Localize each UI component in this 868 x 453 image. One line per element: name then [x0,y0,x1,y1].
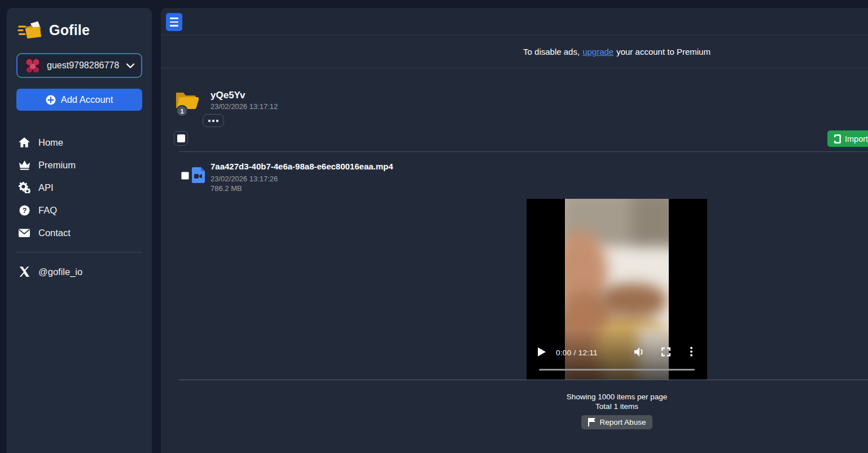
sidebar-item-label: Contact [38,228,71,238]
volume-icon[interactable] [634,347,645,357]
total-items-text: Total 1 items [161,402,868,411]
ad-notice: To disable ads, upgrade your account to … [161,36,868,68]
sidebar-item-contact[interactable]: Contact [16,221,142,244]
video-progress-bar[interactable] [539,369,695,371]
list-divider [179,151,868,152]
sidebar-item-api[interactable]: API [16,176,142,199]
account-avatar [24,57,41,74]
folder-name[interactable]: yQe5Yv [211,90,245,101]
sidebar-nav: Home Premium API ? [16,131,142,244]
crown-icon [17,160,31,170]
account-name: guest9798286778 [47,60,121,71]
video-timestamp: 0:00 / 12:11 [556,349,598,357]
ad-prefix: To disable ads, [523,47,580,56]
gears-icon [17,182,31,193]
sidebar-item-label: FAQ [38,205,57,216]
topbar [161,8,868,35]
folder-more-options-button[interactable] [203,114,224,127]
file-name[interactable]: 7aa427d3-40b7-4e6a-98a8-e6ec80016eaa.mp4 [211,162,393,171]
fullscreen-button[interactable] [661,347,670,356]
svg-text:?: ? [22,206,27,214]
import-icon [833,134,841,143]
import-button[interactable]: Import [827,130,868,147]
add-account-button[interactable]: Add Account [16,89,142,111]
sidebar-item-twitter[interactable]: @gofile_io [16,260,142,283]
sidebar-item-home[interactable]: Home [16,131,142,154]
file-date: 23/02/2026 13:17:26 [211,175,278,183]
folder-date: 23/02/2026 13:17:12 [211,102,278,111]
gofile-logo-icon [17,19,43,41]
ad-suffix: your account to Premium [616,47,711,56]
folder-item[interactable]: 1 [174,90,200,119]
envelope-icon [17,229,31,237]
add-account-label: Add Account [61,94,113,105]
ellipsis-icon [208,120,211,122]
folder-child-count-badge: 1 [176,105,188,117]
sidebar-item-faq[interactable]: ? FAQ [16,199,142,221]
report-abuse-label: Report Abuse [600,418,646,426]
question-circle-icon: ? [17,205,31,216]
menu-toggle-button[interactable] [166,13,182,31]
report-abuse-button[interactable]: Report Abuse [581,415,653,429]
video-player[interactable]: 0:00 / 12:11 [527,199,707,380]
flag-icon [588,418,595,426]
app-title: Gofile [49,22,90,38]
select-all-checkbox[interactable] [174,131,188,146]
file-size: 786.2 MB [211,184,242,193]
logo[interactable]: Gofile [16,16,142,49]
plus-circle-icon [46,95,56,105]
sidebar-item-label: API [38,182,54,193]
sidebar-divider [16,252,142,252]
more-options-icon[interactable] [690,347,692,356]
checkbox-icon [177,134,185,142]
sidebar-item-label: Home [38,137,63,148]
x-logo-icon [17,267,31,277]
account-selector[interactable]: guest9798286778 [16,53,142,78]
play-button[interactable] [538,347,546,356]
video-controls: 0:00 / 12:11 [527,340,707,380]
list-divider [179,380,868,380]
main-content: To disable ads, upgrade your account to … [161,8,868,453]
upgrade-link[interactable]: upgrade [582,47,613,56]
sidebar: Gofile guest9798286778 Add Account Home [7,8,152,453]
sidebar-item-label: Premium [38,160,76,171]
home-icon [17,137,31,148]
sidebar-item-premium[interactable]: Premium [16,154,142,176]
import-label: Import [845,134,868,143]
chevron-down-icon [126,63,134,68]
video-file-icon [192,167,205,183]
pagination-info: Showing 1000 items per page Total 1 item… [161,392,868,411]
hamburger-icon [170,18,178,19]
items-per-page-text: Showing 1000 items per page [161,392,868,402]
file-checkbox[interactable] [181,172,189,180]
social-handle: @gofile_io [38,267,82,277]
